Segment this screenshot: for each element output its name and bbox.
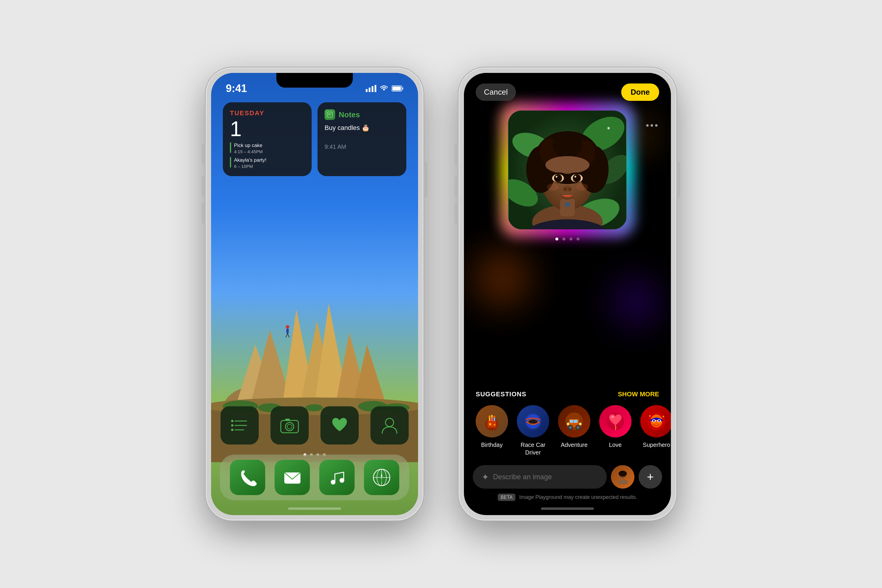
svg-point-76 — [568, 188, 572, 191]
svg-point-73 — [574, 176, 576, 178]
suggestion-birthday[interactable]: ★ ✦ Birthday — [476, 405, 508, 456]
image-dot-4 — [576, 237, 579, 240]
contacts-icon[interactable] — [370, 406, 409, 444]
calendar-event-1: Pick up cake 4:15 – 4:45PM — [230, 142, 304, 154]
girl-portrait-svg — [508, 111, 626, 230]
done-button[interactable]: Done — [621, 84, 659, 101]
svg-point-25 — [286, 325, 289, 329]
wifi-icon — [379, 85, 388, 92]
status-icons — [366, 85, 404, 92]
svg-rect-96 — [570, 420, 573, 423]
beta-badge: BETA — [498, 494, 516, 501]
dock-phone-icon[interactable] — [230, 460, 265, 495]
beta-text: Image Playground may create unexpected r… — [519, 494, 637, 500]
dock-mail-icon[interactable] — [274, 460, 310, 495]
calendar-event-2: Akayla's party! 6 – 10PM — [230, 157, 304, 170]
image-pagination-dots — [555, 237, 579, 240]
svg-point-110 — [653, 420, 655, 422]
suggestion-adventure[interactable]: Adventure — [558, 405, 590, 456]
svg-point-33 — [231, 429, 233, 431]
image-inner — [508, 111, 627, 230]
signal-icon — [366, 85, 376, 92]
svg-point-103 — [579, 423, 582, 425]
beta-notice: BETA Image Playground may create unexpec… — [464, 494, 671, 500]
event-bar-1 — [230, 142, 231, 153]
svg-text:★: ★ — [488, 422, 492, 427]
svg-rect-3 — [375, 85, 376, 92]
app-icons-row — [211, 406, 418, 444]
svg-rect-97 — [574, 420, 578, 423]
dock — [220, 454, 409, 500]
image-dot-2 — [562, 237, 566, 240]
suggestion-bubble-adventure — [558, 405, 590, 438]
dock-safari-icon[interactable] — [364, 460, 399, 495]
svg-point-64 — [553, 134, 582, 158]
ambient-glow-left — [473, 249, 531, 308]
svg-point-69 — [556, 176, 557, 178]
image-dot-1 — [555, 237, 558, 240]
svg-point-75 — [563, 188, 567, 191]
camera-icon[interactable] — [270, 406, 309, 444]
health-icon[interactable] — [321, 406, 358, 444]
suggestion-bubble-racecar — [517, 405, 549, 438]
suggestions-label: SUGGESTIONS — [476, 390, 526, 398]
svg-point-65 — [545, 156, 590, 174]
event1-time: 4:15 – 4:45PM — [234, 149, 263, 154]
dock-music-icon[interactable] — [319, 460, 355, 495]
ambient-glow-right — [612, 279, 659, 326]
suggestions-header: SUGGESTIONS SHOW MORE — [476, 390, 659, 398]
suggestion-superhero[interactable]: ★ ★ Superhero — [640, 405, 671, 456]
suggestion-bubble-superhero: ★ ★ — [640, 405, 671, 438]
avatar-svg — [615, 470, 630, 484]
more-options-button[interactable]: ••• — [646, 120, 659, 131]
calendar-widget[interactable]: TUESDAY 1 Pick up cake 4:15 – 4:45PM Aka… — [223, 102, 312, 176]
svg-rect-26 — [286, 329, 289, 333]
reminders-icon[interactable] — [220, 406, 259, 444]
suggestion-label-love: Love — [609, 441, 621, 448]
event2-title: Akayla's party! — [234, 157, 266, 164]
suggestion-love[interactable]: Love — [599, 405, 632, 456]
svg-point-77 — [547, 183, 559, 190]
superhero-svg: ★ ★ — [646, 411, 667, 432]
notes-widget[interactable]: Notes Buy candles 🎂 9:41 AM — [318, 102, 406, 176]
suggestion-label-adventure: Adventure — [561, 441, 587, 448]
cancel-button[interactable]: Cancel — [476, 84, 516, 101]
prompt-plus-button[interactable]: + — [639, 465, 662, 489]
battery-icon — [392, 85, 404, 92]
svg-point-115 — [617, 479, 628, 484]
notes-time: 9:41 AM — [325, 144, 399, 150]
svg-line-27 — [286, 333, 288, 338]
svg-point-79 — [565, 202, 570, 207]
notes-header: Notes — [325, 110, 399, 120]
prompt-avatar[interactable] — [611, 465, 634, 489]
show-more-button[interactable]: SHOW MORE — [618, 390, 659, 398]
svg-rect-58 — [560, 199, 575, 216]
svg-point-31 — [231, 424, 233, 427]
svg-point-42 — [340, 478, 344, 483]
svg-rect-1 — [369, 88, 370, 92]
suggestions-section: SUGGESTIONS SHOW MORE — [464, 390, 671, 456]
image-dot-3 — [570, 237, 572, 240]
generated-image-container[interactable] — [506, 108, 629, 232]
svg-point-41 — [331, 480, 336, 484]
svg-point-29 — [231, 420, 233, 422]
birthday-svg: ★ ✦ — [482, 411, 502, 432]
notes-icon — [325, 110, 335, 120]
prompt-input-area[interactable]: ✦ Describe an image — [473, 465, 607, 489]
svg-rect-38 — [285, 418, 290, 421]
svg-text:✦: ✦ — [493, 423, 496, 427]
home-indicator-left — [288, 507, 341, 510]
svg-point-102 — [567, 423, 569, 425]
playground-screen: Cancel Done ••• — [464, 73, 671, 515]
status-time: 9:41 — [226, 82, 247, 94]
plus-icon: + — [647, 470, 654, 484]
suggestion-racecar[interactable]: Race CarDriver — [517, 405, 549, 456]
adventure-svg — [564, 411, 585, 432]
racecar-svg — [523, 411, 543, 432]
svg-point-36 — [285, 423, 294, 431]
left-screen: 9:41 — [211, 73, 418, 515]
calendar-day: TUESDAY — [230, 110, 304, 117]
calendar-date: 1 — [230, 118, 304, 140]
notes-title: Notes — [339, 110, 360, 119]
svg-point-116 — [619, 471, 627, 477]
